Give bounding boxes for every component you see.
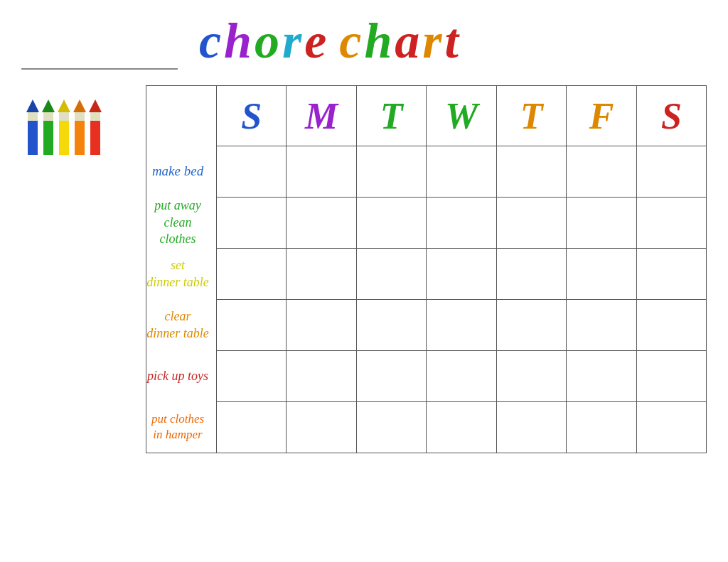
check-cell[interactable] xyxy=(356,351,426,402)
check-cell[interactable] xyxy=(496,198,566,249)
check-cell[interactable] xyxy=(287,146,357,198)
svg-rect-10 xyxy=(59,112,69,121)
svg-rect-2 xyxy=(28,112,38,121)
title-letter-c2: c xyxy=(339,13,363,70)
check-cell[interactable] xyxy=(427,351,497,402)
check-cell[interactable] xyxy=(636,249,706,300)
chore-label-put-clothes-hamper: put clothesin hamper xyxy=(146,402,217,453)
chore-label-make-bed: make bed xyxy=(146,146,217,198)
svg-rect-3 xyxy=(28,148,38,155)
svg-marker-0 xyxy=(26,99,39,112)
chore-label-clear-dinner-table: cleardinner table xyxy=(146,300,217,351)
svg-rect-15 xyxy=(75,148,85,155)
crayon-red xyxy=(89,99,102,156)
check-cell[interactable] xyxy=(287,402,357,453)
check-cell[interactable] xyxy=(496,146,566,198)
title-letter-h2: h xyxy=(364,13,393,70)
chore-label-set-dinner-table: setdinner table xyxy=(146,249,217,300)
check-cell[interactable] xyxy=(567,146,636,198)
chore-label-put-away-clothes: put awayclean clothes xyxy=(146,198,217,249)
svg-rect-11 xyxy=(59,148,69,155)
day-thursday: T xyxy=(496,86,566,146)
check-cell[interactable] xyxy=(427,402,497,453)
chore-table: S M T W T F S make bed xyxy=(146,85,707,453)
chore-row-put-away-clothes: put awayclean clothes xyxy=(146,198,707,249)
chart-area: S M T W T F S make bed xyxy=(21,85,707,453)
svg-rect-6 xyxy=(43,112,53,121)
check-cell[interactable] xyxy=(567,351,636,402)
check-cell[interactable] xyxy=(217,351,287,402)
crayon-orange xyxy=(73,99,86,156)
title-letter-r: r xyxy=(282,13,303,70)
check-cell[interactable] xyxy=(496,300,566,351)
title-space xyxy=(329,31,338,65)
svg-rect-19 xyxy=(90,148,100,155)
day-tuesday: T xyxy=(356,86,426,146)
title-letter-a: a xyxy=(395,13,421,70)
day-header-row: S M T W T F S xyxy=(146,86,707,146)
svg-rect-18 xyxy=(90,112,100,121)
check-cell[interactable] xyxy=(287,249,357,300)
check-cell[interactable] xyxy=(567,198,636,249)
check-cell[interactable] xyxy=(287,198,357,249)
crayons-area xyxy=(21,85,146,156)
page: c h o r e c h a r t xyxy=(0,0,728,562)
title-letter-o: o xyxy=(255,13,281,70)
svg-marker-8 xyxy=(58,99,70,112)
check-cell[interactable] xyxy=(356,249,426,300)
name-line xyxy=(21,48,178,70)
check-cell[interactable] xyxy=(427,300,497,351)
crayon-green xyxy=(42,99,55,156)
day-wednesday: W xyxy=(427,86,497,146)
check-cell[interactable] xyxy=(567,249,636,300)
day-sunday: S xyxy=(217,86,287,146)
day-saturday: S xyxy=(636,86,706,146)
check-cell[interactable] xyxy=(287,300,357,351)
chore-row-set-dinner-table: setdinner table xyxy=(146,249,707,300)
chore-row-make-bed: make bed xyxy=(146,146,707,198)
check-cell[interactable] xyxy=(636,351,706,402)
check-cell[interactable] xyxy=(217,249,287,300)
corner-cell xyxy=(146,86,217,146)
left-column xyxy=(21,85,146,453)
svg-marker-12 xyxy=(73,99,86,112)
check-cell[interactable] xyxy=(356,198,426,249)
check-cell[interactable] xyxy=(356,146,426,198)
chore-row-pick-up-toys: pick up toys xyxy=(146,351,707,402)
title-letter-c: c xyxy=(199,13,223,70)
chore-row-clear-dinner-table: cleardinner table xyxy=(146,300,707,351)
check-cell[interactable] xyxy=(217,198,287,249)
title-letter-e: e xyxy=(304,13,328,70)
check-cell[interactable] xyxy=(567,402,636,453)
check-cell[interactable] xyxy=(427,146,497,198)
check-cell[interactable] xyxy=(636,300,706,351)
svg-rect-7 xyxy=(43,148,53,155)
day-friday: F xyxy=(567,86,636,146)
check-cell[interactable] xyxy=(636,402,706,453)
check-cell[interactable] xyxy=(217,300,287,351)
check-cell[interactable] xyxy=(496,249,566,300)
check-cell[interactable] xyxy=(427,249,497,300)
check-cell[interactable] xyxy=(636,198,706,249)
svg-marker-16 xyxy=(89,99,102,112)
crayon-blue xyxy=(26,99,39,156)
check-cell[interactable] xyxy=(356,300,426,351)
check-cell[interactable] xyxy=(496,351,566,402)
check-cell[interactable] xyxy=(287,351,357,402)
chore-label-pick-up-toys: pick up toys xyxy=(146,351,217,402)
check-cell[interactable] xyxy=(496,402,566,453)
chore-row-put-clothes-hamper: put clothesin hamper xyxy=(146,402,707,453)
header: c h o r e c h a r t xyxy=(21,13,707,72)
check-cell[interactable] xyxy=(356,402,426,453)
check-cell[interactable] xyxy=(567,300,636,351)
svg-marker-4 xyxy=(42,99,55,112)
check-cell[interactable] xyxy=(217,402,287,453)
svg-rect-14 xyxy=(75,112,85,121)
day-monday: M xyxy=(287,86,357,146)
crayon-yellow xyxy=(58,99,70,156)
check-cell[interactable] xyxy=(636,146,706,198)
check-cell[interactable] xyxy=(217,146,287,198)
chart-title: c h o r e c h a r t xyxy=(199,13,460,70)
grid-container: S M T W T F S make bed xyxy=(146,85,707,453)
check-cell[interactable] xyxy=(427,198,497,249)
